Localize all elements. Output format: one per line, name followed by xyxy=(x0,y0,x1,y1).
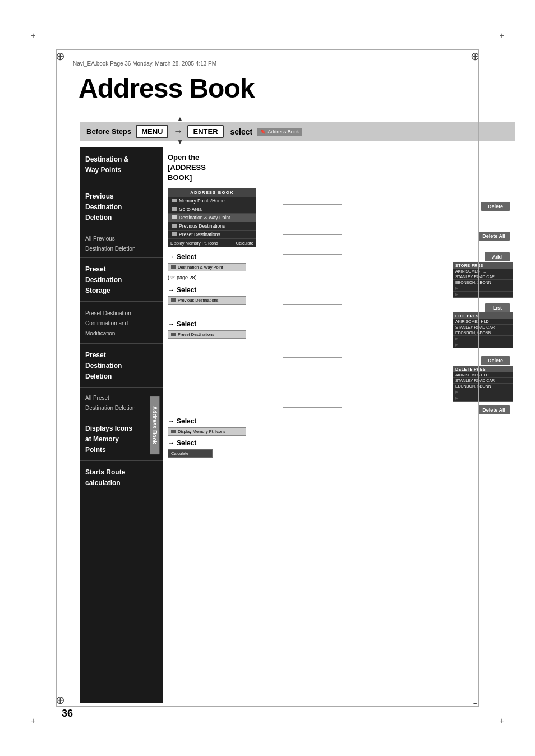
edit-pres-title: EDIT PRESE xyxy=(453,313,513,319)
section-preset-dest-storage: PresetDestinationStorage xyxy=(80,258,163,302)
menu-icon-memory xyxy=(172,199,177,202)
select-text-1: Select xyxy=(177,253,196,261)
right-column: Delete Delete All Add STORE PRES AKIRISO… xyxy=(280,147,515,703)
left-labels-column: Address Book Destination &Way Points Pre… xyxy=(80,147,163,703)
section-label-preset-storage: PresetDestinationStorage xyxy=(85,265,122,294)
badge-icon: 🔖 xyxy=(260,129,266,134)
delete-all-btn-prev[interactable]: Delete All xyxy=(478,230,510,241)
edit-item-4: ▶ xyxy=(453,336,513,342)
menu-title: ADDRESS BOOK xyxy=(168,188,256,197)
page-wrapper: ⊕ ⊕ ⊕ ⊕ + + + + Navi_EA.book Page 36 Mon… xyxy=(0,0,535,756)
del-item-2: STANLEY ROAD CAR xyxy=(453,378,513,384)
select-text-2: Select xyxy=(177,286,196,294)
center-column: Open the[ADDRESSBOOK] ADDRESS BOOK Memor… xyxy=(163,147,280,703)
select-row-4: → Select xyxy=(168,417,275,425)
delete-pres-title: DELETE PRES xyxy=(453,366,513,372)
corner-tr: + xyxy=(500,31,504,40)
section-label-display-icons: Displays Iconsat MemoryPoints xyxy=(85,425,132,454)
down-arrow: ▼ xyxy=(177,138,183,146)
select-row-1: → Select xyxy=(168,253,275,261)
del-item-3: EBONBON, SBONN xyxy=(453,384,513,389)
screen-icon-preset xyxy=(171,333,176,336)
address-book-tab: Address Book xyxy=(150,396,160,454)
add-btn-preset-label: Add xyxy=(485,252,510,261)
crosshair-bl: ⊕ xyxy=(53,693,67,707)
menu-item-memory: Memory Points/Home xyxy=(168,197,256,205)
select-text-4: Select xyxy=(177,417,196,425)
list-btn[interactable]: List xyxy=(485,302,510,312)
section-label-dest-way: Destination &Way Points xyxy=(85,155,128,174)
address-book-badge: 🔖 Address Book xyxy=(257,128,302,136)
section-label-all-prev: All PreviousDestination Deletion xyxy=(85,236,136,252)
menu-icon-goto xyxy=(172,207,177,211)
menu-icon-preset-dest xyxy=(172,232,177,236)
screen-icon-display xyxy=(171,430,176,433)
section-label-all-preset: All PresetDestination Deletion xyxy=(85,395,136,411)
screen-icon-prev xyxy=(171,298,176,302)
edit-item-2: STANLEY ROAD CAR xyxy=(453,325,513,330)
store-item-5: ▶ xyxy=(453,292,513,297)
del-item-4: ▶ xyxy=(453,389,513,395)
section-label-preset-del: PresetDestinationDeletion xyxy=(85,351,122,380)
select-arrow-3: → xyxy=(168,320,174,328)
screen-preset-dest: Preset Destinations xyxy=(168,330,246,339)
open-address-book-label: Open the[ADDRESSBOOK] xyxy=(168,153,275,183)
menu-item-preset-dest: Preset Destinations xyxy=(168,231,256,239)
menu-item-dest-way: Destination & Way Point xyxy=(168,214,256,222)
section-all-prev-dest-deletion: All PreviousDestination Deletion xyxy=(80,228,163,258)
delete-all-btn-prev-label: Delete All xyxy=(478,232,510,241)
menu-key: MENU xyxy=(136,125,168,138)
select-text-3: Select xyxy=(177,320,196,328)
edit-item-3: EBONBON, SBONN xyxy=(453,330,513,336)
select-row-5: → Select xyxy=(168,439,275,447)
screen-dest-way: Destination & Way Point xyxy=(168,263,246,271)
store-item-3: EBONBON, SBONN xyxy=(453,280,513,285)
enter-key: ENTER xyxy=(187,125,223,138)
page-ref: ( ☞ page 28) xyxy=(168,275,275,280)
select-row-3: → Select xyxy=(168,320,275,328)
section-destination-way-points: Destination &Way Points xyxy=(80,147,163,185)
page-number: 36 xyxy=(62,708,73,720)
crosshair-tl: ⊕ xyxy=(53,49,67,63)
edit-item-5: ▶ xyxy=(453,342,513,348)
top-border-line xyxy=(56,49,479,50)
section-starts-route: Starts Routecalculation xyxy=(80,461,163,494)
store-item-1: AKIRISOMES T... xyxy=(453,269,513,274)
screen-calculate: Calculate xyxy=(168,449,213,458)
screen-display-mem: Display Memory Pt. Icons xyxy=(168,427,246,436)
right-border-line xyxy=(478,49,479,707)
file-info: Navi_EA.book Page 36 Monday, March 28, 2… xyxy=(73,61,216,67)
delete-btn-preset[interactable]: Delete xyxy=(481,354,510,365)
screen-prev-dest: Previous Destinations xyxy=(168,296,246,305)
del-item-1: AKIRISOMES HI.D xyxy=(453,372,513,378)
screen-icon-dest xyxy=(171,265,176,269)
up-arrow: ▲ xyxy=(177,115,183,123)
del-item-5: ▶ xyxy=(453,395,513,401)
section-label-route-calc: Starts Routecalculation xyxy=(85,468,125,487)
bottom-border-line xyxy=(56,706,479,707)
section-label-prev-del: PreviousDestinationDeletion xyxy=(85,192,122,222)
menu-item-prev-dest: Previous Destinations xyxy=(168,222,256,231)
select-arrow-2: → xyxy=(168,286,174,294)
section-preset-dest-deletion: PresetDestinationDeletion xyxy=(80,344,163,388)
delete-all-btn-preset-label: Delete All xyxy=(478,405,510,414)
list-btn-label: List xyxy=(485,303,510,312)
page-title: Address Book xyxy=(79,73,254,104)
add-btn-preset[interactable]: Add xyxy=(485,251,510,261)
delete-btn-prev[interactable]: Delete xyxy=(481,200,510,211)
store-pres-title: STORE PRES xyxy=(453,262,513,269)
menu-footer: Display Memory Pt. Icons Calculate xyxy=(168,239,256,247)
left-border-line xyxy=(56,49,57,707)
corner-tl: + xyxy=(31,31,35,40)
select-text-5: Select xyxy=(177,439,196,447)
edit-pres-screen: EDIT PRESE AKIRISOMES HI.D STANLEY ROAD … xyxy=(453,312,513,348)
store-item-4: ▶ xyxy=(453,285,513,292)
delete-pres-screen: DELETE PRES AKIRISOMES HI.D STANLEY ROAD… xyxy=(453,366,513,402)
menu-item-goto: Go to Area xyxy=(168,205,256,214)
delete-all-btn-preset[interactable]: Delete All xyxy=(478,404,510,414)
corner-br: + xyxy=(500,716,504,725)
corner-bl: + xyxy=(31,716,35,725)
address-book-menu-screen: ADDRESS BOOK Memory Points/Home Go to Ar… xyxy=(168,188,256,247)
select-arrow-4: → xyxy=(168,417,174,425)
right-arrow-icon: → xyxy=(173,126,183,137)
